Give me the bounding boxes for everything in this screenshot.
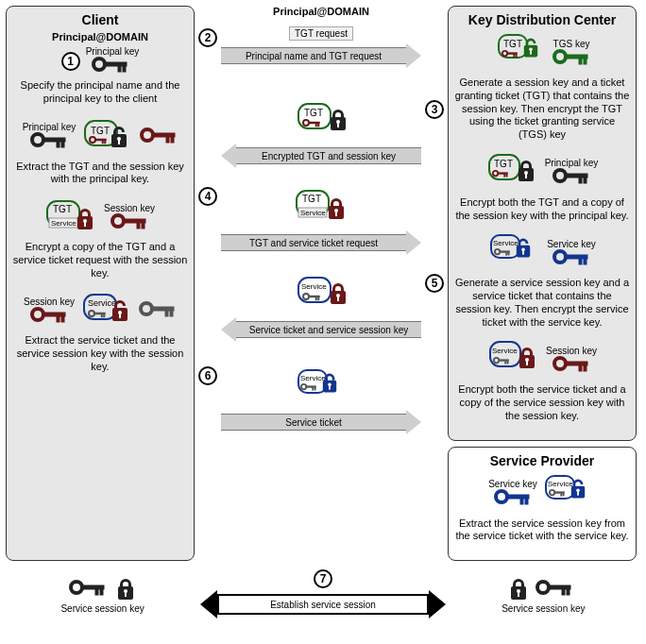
arrow-right-icon: Principal name and TGT request — [221, 43, 421, 68]
client-step4: TGT Service Session key Encrypt a copy o… — [12, 195, 188, 280]
svg-text:Service: Service — [300, 374, 326, 382]
service-key-label: Service key — [547, 239, 596, 249]
svg-text:Service: Service — [301, 282, 327, 291]
service-encrypted-icon: Service — [487, 338, 540, 380]
step-number-4: 4 — [198, 187, 217, 206]
arrow-step6-label: Service ticket — [221, 414, 406, 431]
kdc-step2-desc: Generate a session key and a ticket gran… — [454, 76, 630, 142]
tgt-lock-icon: TGT — [81, 115, 134, 157]
arrow-step4: 4 TGT Service TGT and service ticket req… — [198, 185, 444, 255]
arrow-left-icon: Encrypted TGT and session key — [221, 144, 421, 168]
service-ticket-icon: Service — [295, 274, 348, 315]
kdc-panel: Key Distribution Center TGT TGS key — [448, 6, 637, 441]
client-step4-desc: Encrypt a copy of the TGT and a service … — [12, 241, 188, 280]
principal-key-label-2: Principal key — [23, 122, 76, 132]
kdc-step2: TGT TGS key Generate a session key and a… — [454, 31, 630, 142]
principal-key-label: Principal key — [86, 46, 140, 57]
center-column: Principal@DOMAIN 2 TGT request Principal… — [198, 6, 444, 561]
svg-text:TGT: TGT — [304, 108, 323, 118]
encrypted-tgt-icon: TGT — [295, 100, 348, 142]
tgt-service-req-icon: TGT Service — [295, 187, 348, 229]
client-bottom-keylabel: Service session key — [8, 603, 196, 614]
svg-text:TGT: TGT — [302, 194, 321, 204]
client-bottom-icons — [8, 575, 196, 603]
key-icon — [110, 213, 148, 230]
service-ticket-6-icon: Service — [295, 366, 348, 408]
lock-icon — [116, 575, 137, 603]
right-column: Key Distribution Center TGT TGS key — [448, 6, 637, 561]
key-icon — [69, 580, 110, 599]
svg-text:Service: Service — [493, 239, 518, 247]
step7-row: Service session key 7 Establish service … — [6, 567, 640, 621]
client-step1: 1 Principal key Specify the principal na… — [12, 46, 188, 106]
arrow-step3-label: Encrypted TGT and session key — [236, 147, 421, 164]
svg-text:Service: Service — [548, 480, 573, 488]
sp-title: Service Provider — [454, 453, 630, 468]
key-icon — [92, 57, 133, 76]
step-number-6: 6 — [198, 366, 217, 385]
svg-text:Service: Service — [88, 298, 116, 308]
tgt-service-lock-icon: TGT Service — [45, 195, 98, 237]
kdc-step3: TGT Principal key Encrypt both the TGT a… — [454, 151, 630, 223]
step-number-2: 2 — [198, 28, 217, 47]
session-key-label-2: Session key — [24, 297, 75, 307]
kdc-step4-desc: Generate a service session key and a ser… — [454, 277, 630, 329]
key-icon — [552, 356, 590, 373]
arrow-step7-label: Establish service session — [217, 594, 429, 615]
client-title: Client — [12, 12, 188, 27]
sp-panel: Service Provider Service key Service Ext… — [448, 447, 637, 562]
client-step3-desc: Extract the TGT and the session key with… — [12, 161, 188, 187]
arrow-step5-label: Service ticket and service session key — [236, 321, 421, 338]
key-icon — [140, 127, 178, 144]
kdc-step4: Service Service key Generate a service s… — [454, 231, 630, 329]
key-icon — [30, 307, 68, 324]
client-step5-desc: Extract the service ticket and the servi… — [12, 334, 188, 373]
sp-icons: Service key Service — [454, 472, 630, 514]
arrow-right-icon: TGT and service ticket request — [221, 230, 421, 255]
arrow-step6: 6 Service Service ticket — [198, 364, 444, 434]
center-subtitle: Principal@DOMAIN — [198, 6, 444, 17]
service-lock-icon: Service — [80, 289, 133, 330]
step-number-1: 1 — [61, 52, 80, 71]
kdc-title: Key Distribution Center — [454, 12, 630, 27]
arrow-step3: 3 TGT Encrypted TGT and session key — [198, 98, 444, 168]
step-number-3: 3 — [425, 100, 444, 119]
sp-service-key-label: Service key — [488, 479, 537, 489]
svg-text:Service: Service — [51, 219, 76, 228]
client-panel: Client Principal@DOMAIN 1 Principal key … — [6, 6, 195, 561]
svg-text:TGT: TGT — [53, 204, 72, 214]
step-number-5: 5 — [425, 274, 444, 293]
kdc-step3-desc: Encrypt both the TGT and a copy of the s… — [454, 196, 630, 223]
key-icon — [552, 249, 590, 266]
tgt-request-box: TGT request — [289, 26, 353, 41]
arrow-step4-label: TGT and service ticket request — [221, 234, 406, 251]
key-icon — [536, 580, 577, 599]
principal-key-label-3: Principal key — [545, 158, 599, 168]
service-open-icon: Service — [488, 231, 541, 273]
arrow-left-icon: Service ticket and service session key — [221, 317, 421, 342]
tgt-open-icon: TGT — [494, 31, 547, 73]
svg-text:TGT: TGT — [503, 39, 522, 49]
tgs-key-label: TGS key — [552, 39, 590, 49]
sp-bottom-icons — [450, 575, 638, 603]
svg-text:Service: Service — [492, 347, 518, 355]
key-icon — [552, 49, 590, 66]
lock-icon — [509, 575, 530, 603]
client-subtitle: Principal@DOMAIN — [12, 31, 188, 42]
session-key-label-3: Session key — [546, 346, 597, 356]
step-number-7: 7 — [314, 569, 332, 588]
arrow-right-icon: Service ticket — [221, 410, 421, 434]
encrypted-tgt-icon: TGT — [486, 151, 539, 193]
client-step1-desc: Specify the principal name and the princ… — [12, 79, 188, 106]
client-step3: Principal key TGT Extract the TGT and th… — [12, 115, 188, 187]
sp-bottom-keylabel: Service session key — [450, 603, 638, 614]
double-arrow-icon: Establish service session — [200, 590, 446, 619]
key-icon — [494, 489, 532, 506]
key-icon — [30, 132, 68, 149]
sp-service-open-icon: Service — [543, 472, 596, 514]
key-icon — [139, 301, 177, 318]
session-key-label: Session key — [104, 203, 155, 213]
arrow-step5: 5 Service Service ticket and service ses… — [198, 272, 444, 342]
sp-desc: Extract the service session key from the… — [454, 517, 630, 544]
arrow-step2-label: Principal name and TGT request — [221, 47, 406, 64]
